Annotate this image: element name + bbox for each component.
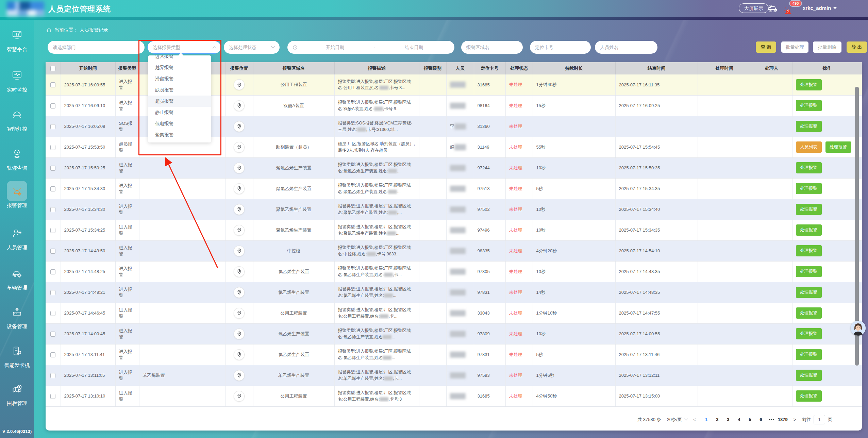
process-alarm-button[interactable]: 处理报警: [796, 328, 822, 339]
row-checkbox[interactable]: [50, 124, 55, 129]
alarm-area-input[interactable]: [466, 45, 518, 50]
row-checkbox[interactable]: [50, 166, 55, 171]
dropdown-option[interactable]: 超员报警: [148, 96, 211, 107]
department-input[interactable]: [53, 45, 139, 50]
card-number-input[interactable]: [535, 45, 586, 50]
location-pin-button[interactable]: [234, 308, 245, 319]
row-checkbox[interactable]: [50, 290, 55, 295]
select-all-checkbox[interactable]: [50, 66, 55, 71]
page-number-button[interactable]: 5: [745, 415, 755, 424]
sidebar-item-device[interactable]: 设备管理: [0, 302, 34, 330]
process-alarm-button[interactable]: 处理报警: [796, 121, 822, 132]
process-alarm-button[interactable]: 处理报警: [796, 183, 822, 194]
sidebar-item-card[interactable]: 智能发卡机: [0, 341, 34, 369]
sidebar-item-monitor[interactable]: 实时监控: [0, 65, 34, 93]
sidebar-item-alarm[interactable]: 报警管理: [0, 181, 34, 209]
sidebar-item-light[interactable]: 智能灯控: [0, 104, 34, 132]
page-number-button[interactable]: 3: [723, 415, 733, 424]
page-number-button[interactable]: 4: [734, 415, 744, 424]
person-list-button[interactable]: 人员列表: [796, 141, 822, 153]
page-size-select[interactable]: 20条/页: [667, 417, 687, 423]
dropdown-option[interactable]: 越界报警: [148, 62, 211, 73]
date-range-picker[interactable]: -: [287, 41, 454, 54]
process-alarm-button[interactable]: 处理报警: [796, 266, 822, 277]
dropdown-option[interactable]: 低电报警: [148, 118, 211, 129]
big-screen-button[interactable]: 大屏展示: [739, 3, 769, 13]
process-alarm-button[interactable]: 处理报警: [796, 390, 822, 402]
row-checkbox[interactable]: [50, 228, 55, 233]
row-checkbox[interactable]: [50, 186, 55, 191]
location-pin-button[interactable]: [234, 142, 245, 153]
location-pin-button[interactable]: [234, 246, 245, 256]
process-alarm-button[interactable]: 处理报警: [796, 287, 822, 298]
process-alarm-button[interactable]: 处理报警: [796, 245, 822, 256]
alarm-notification-icon[interactable]: [783, 5, 793, 15]
end-date-input[interactable]: [379, 45, 449, 50]
dropdown-option[interactable]: 缺员报警: [148, 84, 211, 96]
page-number-button[interactable]: 1: [702, 415, 711, 424]
row-checkbox[interactable]: [50, 207, 55, 212]
location-pin-button[interactable]: [234, 328, 245, 339]
location-pin-button[interactable]: [234, 287, 245, 298]
process-alarm-button[interactable]: 处理报警: [825, 141, 851, 153]
location-pin-button[interactable]: [234, 266, 245, 277]
process-alarm-button[interactable]: 处理报警: [796, 162, 822, 173]
location-pin-button[interactable]: [234, 183, 245, 194]
assistant-avatar-button[interactable]: [851, 321, 866, 336]
vehicle-monitor-icon[interactable]: [767, 4, 778, 13]
dropdown-option[interactable]: 静止报警: [148, 107, 211, 118]
process-alarm-button[interactable]: 处理报警: [796, 79, 822, 90]
row-checkbox[interactable]: [50, 373, 55, 378]
process-alarm-button[interactable]: 处理报警: [796, 100, 822, 111]
sidebar-item-fence[interactable]: 围栏管理: [0, 379, 34, 407]
department-select[interactable]: [48, 41, 145, 54]
row-checkbox[interactable]: [50, 269, 55, 274]
last-page-button[interactable]: 1879: [778, 415, 788, 424]
alarm-type-select[interactable]: [147, 41, 221, 54]
user-menu[interactable]: xrkc_admin: [803, 5, 837, 11]
location-pin-button[interactable]: [234, 349, 245, 360]
row-checkbox[interactable]: [50, 394, 55, 399]
person-name-input[interactable]: [600, 45, 652, 50]
page-number-button[interactable]: 2: [713, 415, 722, 424]
process-status-input[interactable]: [229, 45, 272, 50]
location-pin-button[interactable]: [234, 204, 245, 215]
location-pin-button[interactable]: [234, 391, 245, 402]
card-number-field[interactable]: [530, 41, 591, 54]
person-name-field[interactable]: [595, 41, 657, 54]
row-checkbox[interactable]: [50, 145, 55, 150]
row-checkbox[interactable]: [50, 332, 55, 337]
process-alarm-button[interactable]: 处理报警: [796, 307, 822, 319]
alarm-area-field[interactable]: [461, 41, 523, 54]
sidebar-item-track[interactable]: 轨迹查询: [0, 144, 34, 171]
row-checkbox[interactable]: [50, 249, 55, 254]
location-pin-button[interactable]: [234, 100, 245, 111]
process-alarm-button[interactable]: 处理报警: [796, 349, 822, 360]
batch-process-button[interactable]: 批量处理: [781, 41, 808, 53]
location-pin-button[interactable]: [234, 163, 245, 173]
alarm-count-badge[interactable]: 490: [790, 1, 801, 6]
process-alarm-button[interactable]: 处理报警: [796, 204, 822, 215]
next-page-button[interactable]: >: [794, 417, 796, 422]
dropdown-option[interactable]: 滞留报警: [148, 73, 211, 84]
alarm-type-input[interactable]: [153, 45, 213, 50]
row-checkbox[interactable]: [50, 311, 55, 316]
page-number-button[interactable]: 6: [756, 415, 766, 424]
row-checkbox[interactable]: [50, 82, 55, 87]
row-checkbox[interactable]: [50, 352, 55, 357]
more-pages-ellipsis[interactable]: •••: [767, 415, 777, 424]
batch-delete-button[interactable]: 批量删除: [813, 41, 841, 53]
query-button[interactable]: 查 询: [756, 41, 776, 53]
location-pin-button[interactable]: [234, 225, 245, 236]
location-pin-button[interactable]: [234, 121, 245, 132]
prev-page-button[interactable]: <: [693, 417, 696, 422]
start-date-input[interactable]: [300, 45, 370, 50]
process-status-select[interactable]: [224, 41, 280, 54]
sidebar-item-vehicle[interactable]: 车辆管理: [0, 263, 34, 291]
process-alarm-button[interactable]: 处理报警: [796, 224, 822, 236]
process-alarm-button[interactable]: 处理报警: [796, 370, 822, 381]
goto-page-input[interactable]: 1: [814, 415, 825, 424]
dropdown-option[interactable]: 聚集报警: [148, 129, 211, 140]
export-button[interactable]: 导 出: [847, 41, 867, 53]
sidebar-item-person[interactable]: 人员管理: [0, 223, 34, 251]
